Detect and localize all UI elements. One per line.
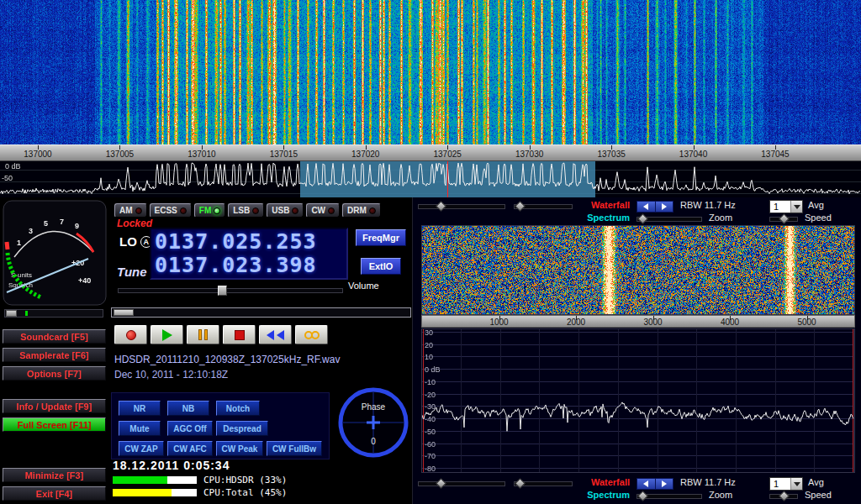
- speed-slider-bottom[interactable]: [769, 494, 798, 499]
- nb-button[interactable]: NB: [167, 401, 209, 416]
- extio-button[interactable]: ExtIO: [361, 258, 401, 275]
- main-spectrum-canvas[interactable]: [0, 161, 861, 197]
- fullscreen-button[interactable]: Full Screen [F11]: [3, 417, 106, 432]
- mode-row: AM ECSS FM LSB USB CW DRM: [114, 203, 381, 218]
- recording-filename: HDSDR_20111210_120938Z_137025kHz_RF.wav: [114, 354, 340, 365]
- arrow-right-icon[interactable]: [656, 479, 673, 489]
- stop-icon: [235, 330, 245, 340]
- avg-value-bottom: 1: [770, 478, 790, 490]
- volume-slider[interactable]: [118, 288, 343, 293]
- mode-usb[interactable]: USB: [267, 203, 304, 218]
- s-meter: 1 3 5 7 9 +20 +40 S-units Squelch: [3, 200, 107, 306]
- slider-thumb[interactable]: [779, 491, 790, 501]
- audio-spectrum-canvas[interactable]: [422, 329, 854, 472]
- loop-button[interactable]: [295, 325, 328, 344]
- cw-zap-button[interactable]: CW ZAP: [119, 441, 164, 456]
- freq-tick-label: 137005: [98, 150, 141, 159]
- zoom-slider-top[interactable]: [637, 217, 702, 222]
- freq-tick-label: 137010: [180, 150, 224, 159]
- speed-slider-top[interactable]: [769, 217, 798, 222]
- hdsdr-window: 1370001370051370101370151370201370251370…: [0, 0, 861, 504]
- combo-dropdown-icon[interactable]: [790, 201, 802, 213]
- arrow-left-icon[interactable]: [637, 202, 656, 212]
- samplerate-button[interactable]: Samplerate [F6]: [3, 348, 106, 362]
- speed-label-bottom: Speed: [805, 490, 832, 500]
- rewind-button[interactable]: [259, 325, 292, 344]
- playback-position-slider[interactable]: [111, 307, 411, 318]
- frequency-display[interactable]: 0137.025.253 0137.023.398: [150, 228, 348, 280]
- record-button[interactable]: [114, 325, 147, 344]
- slider-thumb[interactable]: [436, 478, 446, 489]
- cw-fullbw-button[interactable]: CW FullBw: [267, 441, 322, 456]
- mute-button[interactable]: Mute: [119, 421, 161, 436]
- agc-off-button[interactable]: AGC Off: [167, 421, 213, 436]
- slider-thumb[interactable]: [515, 201, 526, 212]
- arrow-left-icon[interactable]: [637, 479, 656, 489]
- main-waterfall-display[interactable]: [0, 0, 861, 144]
- volume-slider-thumb[interactable]: [218, 286, 227, 296]
- pause-button[interactable]: [187, 325, 219, 344]
- frequency-scale[interactable]: 1370001370051370101370151370201370251370…: [0, 144, 861, 161]
- slider-thumb[interactable]: [637, 213, 648, 224]
- audio-waterfall-display[interactable]: [421, 225, 855, 315]
- minimize-button[interactable]: Minimize [F3]: [3, 468, 106, 482]
- cw-peak-button[interactable]: CW Peak: [216, 441, 263, 456]
- mode-cw[interactable]: CW: [306, 203, 340, 218]
- waterfall-label-bottom[interactable]: Waterfall: [578, 477, 630, 487]
- slider-thumb[interactable]: [436, 201, 446, 212]
- right-axis[interactable]: 10002000300040005000: [421, 315, 855, 328]
- lo-label-row: LO A: [119, 234, 152, 249]
- combo-dropdown-icon[interactable]: [790, 478, 802, 490]
- db-tick-label: -70: [425, 452, 436, 460]
- waterfall-label-top[interactable]: Waterfall: [578, 200, 630, 210]
- rbw-label-top: RBW 11.7 Hz: [680, 200, 736, 210]
- status-datetime: 18.12.2011 0:05:34: [113, 459, 230, 472]
- led-bar-red-segment: [7, 242, 8, 249]
- zoom-slider-bottom[interactable]: [637, 494, 702, 499]
- zoom-label-top: Zoom: [709, 213, 732, 223]
- speed-label-top: Speed: [805, 213, 832, 223]
- despread-button[interactable]: Despread: [216, 421, 268, 436]
- squelch-slider-thumb[interactable]: [6, 310, 17, 317]
- shift-arrows-top[interactable]: [637, 201, 673, 213]
- mode-lsb[interactable]: LSB: [228, 203, 264, 218]
- slider-thumb[interactable]: [779, 213, 790, 224]
- spectrum-label-top[interactable]: Spectrum: [578, 213, 630, 223]
- play-button[interactable]: [151, 325, 183, 344]
- audio-spectrum-display[interactable]: 3020100 dB-10-20-30-40-50-60-70-80: [421, 328, 855, 473]
- exit-button[interactable]: Exit [F4]: [3, 486, 106, 501]
- tune-frequency-value[interactable]: 0137.023.398: [155, 254, 343, 277]
- wf-contrast-slider-bottom[interactable]: [418, 481, 505, 486]
- notch-button[interactable]: Notch: [216, 401, 260, 416]
- squelch-slider[interactable]: [4, 309, 103, 318]
- wf-brightness-slider-bottom[interactable]: [514, 481, 573, 486]
- mode-am[interactable]: AM: [114, 203, 147, 218]
- main-spectrum-display[interactable]: 0 dB -50: [0, 161, 861, 197]
- soundcard-button[interactable]: Soundcard [F5]: [3, 329, 106, 344]
- squelch-level-mark: [25, 311, 28, 316]
- options-button[interactable]: Options [F7]: [3, 366, 106, 381]
- nr-button[interactable]: NR: [119, 401, 161, 416]
- mode-fm[interactable]: FM: [194, 203, 225, 218]
- mode-lsb-led-icon: [252, 207, 259, 214]
- avg-select-bottom[interactable]: 1: [769, 477, 803, 491]
- slider-thumb[interactable]: [637, 491, 648, 501]
- mode-ecss[interactable]: ECSS: [150, 203, 192, 218]
- playback-position-thumb[interactable]: [114, 309, 134, 316]
- freqmgr-button[interactable]: FreqMgr: [356, 229, 406, 246]
- lo-frequency-value[interactable]: 0137.025.253: [155, 230, 343, 254]
- arrow-right-icon[interactable]: [656, 202, 673, 212]
- info-update-button[interactable]: Info / Update [F9]: [3, 399, 106, 413]
- phase-scope[interactable]: Phase 0: [336, 386, 410, 459]
- slider-thumb[interactable]: [515, 478, 526, 489]
- wf-brightness-slider-top[interactable]: [514, 204, 573, 209]
- mode-drm[interactable]: DRM: [342, 203, 381, 218]
- wf-contrast-slider-top[interactable]: [418, 204, 505, 209]
- cw-afc-button[interactable]: CW AFC: [167, 441, 213, 456]
- avg-select-top[interactable]: 1: [769, 200, 803, 213]
- stop-button[interactable]: [223, 325, 256, 344]
- spectrum-label-bottom[interactable]: Spectrum: [578, 490, 630, 500]
- cpu-bar-fill: [113, 489, 172, 496]
- mode-fm-led-icon: [214, 207, 220, 214]
- shift-arrows-bottom[interactable]: [637, 478, 673, 490]
